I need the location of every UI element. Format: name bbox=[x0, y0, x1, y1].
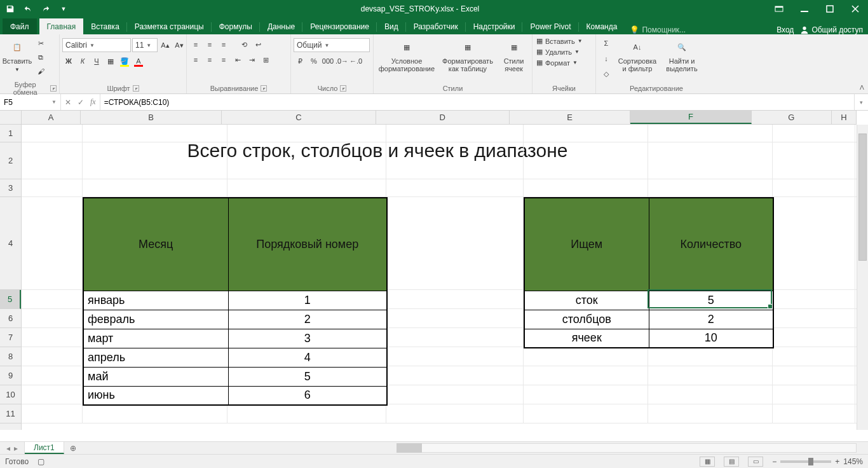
macro-record-icon[interactable]: ▢ bbox=[37, 457, 44, 466]
row-header-6[interactable]: 6 bbox=[0, 309, 21, 328]
number-format-combo[interactable]: Общий▼ bbox=[294, 38, 370, 52]
table1-index-1[interactable]: 2 bbox=[228, 310, 387, 329]
col-header-C[interactable]: C bbox=[222, 111, 376, 124]
row-header-11[interactable]: 11 bbox=[0, 404, 21, 423]
close-icon[interactable] bbox=[843, 0, 868, 18]
fx-icon[interactable]: fx bbox=[90, 97, 96, 107]
tab-data[interactable]: Данные bbox=[260, 18, 302, 34]
sheet-tab[interactable]: Лист1 bbox=[25, 442, 64, 454]
format-painter-icon[interactable]: 🖌 bbox=[34, 65, 47, 78]
cut-icon[interactable]: ✂ bbox=[34, 37, 47, 50]
table1-month-5[interactable]: июнь bbox=[83, 386, 228, 405]
font-color-button[interactable]: A bbox=[132, 55, 145, 67]
number-launcher[interactable] bbox=[340, 85, 346, 92]
view-page-break-icon[interactable]: ▭ bbox=[748, 457, 763, 467]
align-right-icon[interactable]: ≡ bbox=[217, 53, 230, 66]
zoom-in-icon[interactable]: + bbox=[835, 457, 839, 466]
insert-cells-button[interactable]: ▦Вставить▼ bbox=[536, 37, 583, 45]
table1-month-2[interactable]: март bbox=[83, 329, 228, 348]
zoom-level[interactable]: 145% bbox=[843, 457, 863, 466]
zoom-out-icon[interactable]: − bbox=[772, 457, 776, 466]
clear-icon[interactable]: ◇ bbox=[600, 67, 613, 80]
tab-home[interactable]: Главная bbox=[39, 18, 84, 34]
paste-button[interactable]: 📋 Вставить ▼ bbox=[3, 36, 32, 76]
table1-index-0[interactable]: 1 bbox=[228, 291, 387, 310]
tell-me[interactable]: 💡 Помощник... bbox=[625, 25, 691, 34]
redo-icon[interactable] bbox=[39, 3, 52, 15]
formula-input[interactable]: =СТРОКА(B5:C10) bbox=[100, 94, 854, 110]
font-size-combo[interactable]: 11▼ bbox=[132, 38, 158, 52]
font-launcher[interactable] bbox=[133, 85, 139, 92]
tab-addins[interactable]: Надстройки bbox=[466, 18, 523, 34]
align-middle-icon[interactable]: ≡ bbox=[203, 38, 216, 51]
table2-key-2[interactable]: ячеек bbox=[524, 329, 649, 348]
italic-button[interactable]: К bbox=[76, 55, 89, 67]
save-icon[interactable] bbox=[4, 3, 17, 15]
qat-dropdown-icon[interactable]: ▼ bbox=[57, 3, 70, 15]
comma-icon[interactable]: 000 bbox=[322, 55, 334, 67]
view-normal-icon[interactable]: ▦ bbox=[700, 457, 715, 467]
wrap-text-icon[interactable]: ↩ bbox=[252, 38, 264, 51]
tab-team[interactable]: Команда bbox=[579, 18, 625, 34]
indent-dec-icon[interactable]: ⇤ bbox=[231, 53, 244, 66]
delete-cells-button[interactable]: ▦Удалить▼ bbox=[536, 48, 583, 56]
align-center-icon[interactable]: ≡ bbox=[203, 53, 216, 66]
inc-decimal-icon[interactable]: .0→ bbox=[336, 55, 348, 67]
table1-index-5[interactable]: 6 bbox=[228, 386, 387, 405]
tab-insert[interactable]: Вставка bbox=[83, 18, 127, 34]
col-header-A[interactable]: A bbox=[22, 111, 81, 124]
table2-key-0[interactable]: сток bbox=[524, 291, 649, 310]
add-sheet-button[interactable]: ⊕ bbox=[64, 442, 82, 454]
fill-color-button[interactable]: 🪣 bbox=[118, 55, 131, 67]
login-link[interactable]: Вход bbox=[776, 25, 794, 34]
accept-formula-icon[interactable]: ✓ bbox=[78, 98, 84, 107]
sort-filter-button[interactable]: A↓Сортировка и фильтр bbox=[615, 36, 660, 75]
format-cells-button[interactable]: ▦Формат▼ bbox=[536, 59, 583, 67]
format-as-table-button[interactable]: ▦Форматировать как таблицу bbox=[438, 36, 497, 75]
autosum-icon[interactable]: Σ bbox=[600, 37, 613, 50]
tab-developer[interactable]: Разработчик bbox=[406, 18, 466, 34]
vertical-scrollbar[interactable] bbox=[857, 125, 868, 430]
spreadsheet-grid[interactable]: ABCDEFGH 1234567891011 Всего строк, стол… bbox=[0, 111, 868, 441]
table1-month-0[interactable]: январь bbox=[83, 291, 228, 310]
row-header-7[interactable]: 7 bbox=[0, 328, 21, 347]
table1-index-2[interactable]: 3 bbox=[228, 329, 387, 348]
cell-styles-button[interactable]: ▦Стили ячеек bbox=[498, 36, 529, 75]
collapse-ribbon-icon[interactable]: ᐱ bbox=[860, 84, 864, 91]
sheet-nav-prev-icon[interactable]: ◂ bbox=[6, 444, 10, 453]
tab-powerpivot[interactable]: Power Pivot bbox=[522, 18, 578, 34]
tab-layout[interactable]: Разметка страницы bbox=[127, 18, 212, 34]
table2-val-2[interactable]: 10 bbox=[649, 329, 773, 348]
row-header-1[interactable]: 1 bbox=[0, 125, 21, 142]
fill-icon[interactable]: ↓ bbox=[600, 52, 613, 65]
horizontal-scrollbar[interactable] bbox=[82, 442, 868, 454]
row-header-3[interactable]: 3 bbox=[0, 179, 21, 197]
percent-icon[interactable]: % bbox=[308, 55, 320, 67]
col-header-E[interactable]: E bbox=[510, 111, 630, 124]
table1-index-4[interactable]: 5 bbox=[228, 367, 387, 386]
conditional-format-button[interactable]: ▦Условное форматирование bbox=[376, 36, 437, 75]
col-header-G[interactable]: G bbox=[752, 111, 832, 124]
col-header-B[interactable]: B bbox=[81, 111, 222, 124]
indent-inc-icon[interactable]: ⇥ bbox=[245, 53, 258, 66]
merge-icon[interactable]: ⊞ bbox=[259, 53, 272, 66]
currency-icon[interactable]: ₽ bbox=[294, 55, 306, 67]
find-select-button[interactable]: 🔍Найти и выделить bbox=[661, 36, 703, 75]
col-header-H[interactable]: H bbox=[832, 111, 857, 124]
table1-month-4[interactable]: май bbox=[83, 367, 228, 386]
name-box[interactable]: F5▼ bbox=[0, 94, 61, 110]
sheet-nav-next-icon[interactable]: ▸ bbox=[14, 444, 18, 453]
row-header-8[interactable]: 8 bbox=[0, 347, 21, 366]
view-page-layout-icon[interactable]: ▤ bbox=[724, 457, 739, 467]
tab-formulas[interactable]: Формулы bbox=[212, 18, 260, 34]
align-launcher[interactable] bbox=[261, 85, 267, 92]
col-header-D[interactable]: D bbox=[376, 111, 510, 124]
font-name-combo[interactable]: Calibri▼ bbox=[62, 38, 131, 52]
table2-val-0[interactable]: 5 bbox=[649, 291, 773, 310]
copy-icon[interactable]: ⧉ bbox=[34, 51, 47, 64]
orientation-icon[interactable]: ⟲ bbox=[238, 38, 250, 51]
border-button[interactable]: ▦ bbox=[104, 55, 117, 67]
cancel-formula-icon[interactable]: ✕ bbox=[65, 98, 71, 107]
undo-icon[interactable] bbox=[22, 3, 34, 15]
clipboard-launcher[interactable] bbox=[50, 85, 57, 92]
